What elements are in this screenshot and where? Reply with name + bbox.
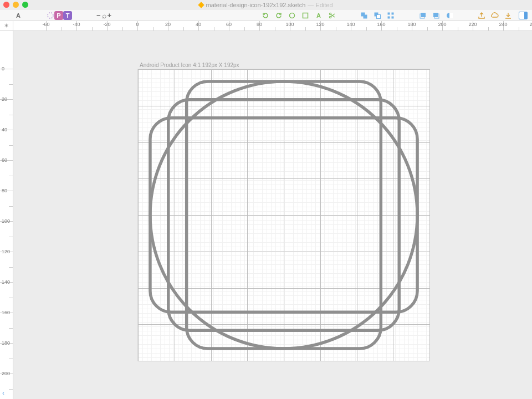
- ruler-h-label: 100: [285, 22, 294, 27]
- circle-shape-icon[interactable]: [288, 12, 296, 19]
- canvas[interactable]: Android Product Icon 4:1 192px X 192px: [13, 31, 532, 399]
- svg-rect-14: [421, 13, 426, 17]
- circle-dashed-icon[interactable]: [47, 12, 54, 19]
- toolbar-center-group: A: [262, 12, 336, 19]
- ruler-h-label: 200: [438, 22, 446, 27]
- toggle-inspector-icon[interactable]: [519, 12, 528, 19]
- union-icon[interactable]: [360, 12, 368, 19]
- svg-rect-20: [168, 100, 399, 330]
- ruler-vertical[interactable]: 020406080100120140160180200: [0, 31, 13, 399]
- ruler-v-label: 160: [2, 310, 10, 315]
- bring-forward-icon[interactable]: [419, 12, 427, 19]
- svg-rect-9: [388, 12, 390, 14]
- refresh-icon[interactable]: [275, 12, 283, 19]
- cloud-icon[interactable]: [491, 12, 499, 19]
- shape-tool-button[interactable]: P: [54, 11, 63, 20]
- ruler-horizontal[interactable]: -60-40-200204060801001201401601802002202…: [13, 21, 532, 31]
- artboard-title[interactable]: Android Product Icon 4:1 192px X 192px: [140, 62, 239, 68]
- ruler-v-label: 180: [2, 340, 10, 346]
- ruler-h-label: 80: [257, 22, 262, 27]
- svg-rect-2: [303, 13, 308, 18]
- ruler-h-label: 0: [136, 22, 139, 27]
- svg-rect-11: [388, 16, 390, 18]
- ruler-v-label: 80: [2, 188, 7, 193]
- ruler-h-label: 140: [346, 22, 355, 27]
- pointer-tool-label[interactable]: A: [14, 12, 22, 19]
- window-titlebar: material-design-icon-192x192.sketch — Ed…: [0, 0, 532, 10]
- window-minimize-button[interactable]: [13, 2, 19, 8]
- main-toolbar: A P T − ⌕ + A: [0, 10, 532, 21]
- text-tool-button[interactable]: T: [63, 11, 72, 20]
- subtract-icon[interactable]: [374, 12, 381, 19]
- window-edited-indicator: — Edited: [308, 2, 332, 8]
- traffic-lights: [3, 2, 28, 8]
- ruler-h-label: -60: [42, 22, 49, 27]
- ruler-h-label: -20: [103, 22, 110, 27]
- artboard[interactable]: [137, 69, 430, 361]
- svg-point-1: [290, 13, 295, 18]
- ruler-v-label: 60: [2, 157, 7, 163]
- svg-rect-6: [364, 14, 367, 18]
- grid-view-icon[interactable]: [387, 12, 395, 19]
- square-shape-icon[interactable]: [301, 12, 309, 19]
- svg-point-0: [48, 13, 53, 18]
- svg-rect-22: [150, 118, 417, 313]
- ruler-h-label: 260: [529, 22, 532, 27]
- rotate-icon[interactable]: [262, 12, 269, 19]
- zoom-in-button[interactable]: +: [108, 11, 112, 19]
- window-zoom-button[interactable]: [22, 2, 28, 8]
- svg-rect-10: [392, 12, 394, 14]
- svg-rect-8: [377, 14, 381, 18]
- keyline-shapes[interactable]: [138, 69, 429, 361]
- ruler-h-label: 120: [316, 22, 324, 27]
- send-backward-icon[interactable]: [432, 12, 440, 19]
- ruler-h-label: 60: [226, 22, 232, 27]
- scissors-icon[interactable]: [328, 12, 336, 19]
- ruler-v-label: 20: [2, 96, 7, 102]
- ruler-v-label: 100: [2, 218, 10, 224]
- ruler-h-label: 180: [407, 22, 416, 27]
- toolbar-export-group: [478, 12, 512, 19]
- ruler-origin[interactable]: ✶: [0, 21, 13, 31]
- svg-point-19: [150, 81, 417, 349]
- window-close-button[interactable]: [3, 2, 9, 8]
- ruler-v-label: 0: [2, 66, 4, 71]
- share-icon[interactable]: [478, 12, 485, 19]
- toolbar-boolean-group: [360, 12, 395, 19]
- mask-icon[interactable]: [446, 12, 453, 19]
- ruler-h-label: 240: [499, 22, 507, 27]
- zoom-magnifier-icon[interactable]: ⌕: [102, 11, 106, 20]
- svg-rect-18: [449, 13, 453, 18]
- ruler-h-label: 20: [165, 22, 171, 27]
- sketch-file-icon: [198, 2, 204, 8]
- zoom-out-button[interactable]: −: [96, 11, 101, 19]
- ruler-h-label: 220: [468, 22, 477, 27]
- svg-rect-12: [392, 16, 394, 18]
- ruler-h-label: 40: [196, 22, 201, 27]
- ruler-h-label: 160: [377, 22, 385, 27]
- zoom-control[interactable]: − ⌕ +: [96, 11, 111, 20]
- ruler-v-label: 120: [2, 249, 10, 254]
- pages-indicator[interactable]: ‹: [2, 389, 4, 397]
- svg-rect-16: [433, 13, 438, 17]
- window-filename: material-design-icon-192x192.sketch: [206, 2, 305, 8]
- svg-rect-21: [187, 81, 381, 349]
- ruler-h-label: -40: [73, 22, 80, 27]
- toolbar-arrange-group: [419, 12, 453, 19]
- text-shape-icon[interactable]: A: [315, 12, 323, 19]
- download-icon[interactable]: [504, 12, 512, 19]
- ruler-v-label: 40: [2, 127, 7, 132]
- ruler-v-label: 200: [2, 371, 10, 376]
- ruler-v-label: 140: [2, 279, 10, 285]
